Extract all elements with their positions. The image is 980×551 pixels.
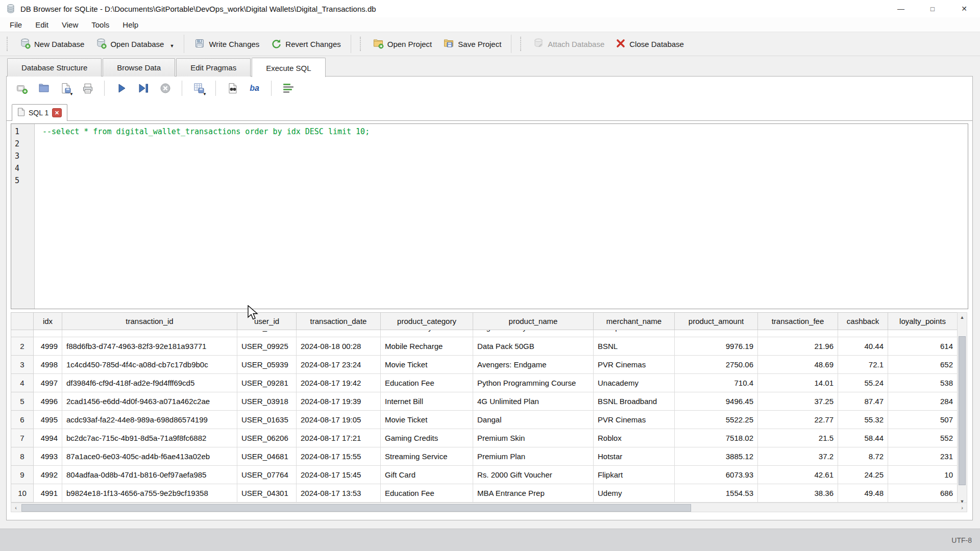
column-header-product_category[interactable]: product_category — [381, 313, 473, 330]
tab-execute-sql[interactable]: Execute SQL — [252, 58, 325, 77]
cell-idx[interactable]: 5000 — [34, 330, 62, 337]
cell-user_id[interactable]: USER_04681 — [237, 447, 297, 466]
cell-transaction_id[interactable]: df3984f6-cf9d-418f-ad2e-f9d4fff69cd5 — [62, 374, 237, 392]
scroll-left-icon[interactable]: ‹ — [11, 503, 20, 512]
save-project-button[interactable]: Save Project — [437, 35, 507, 54]
autocomplete-icon[interactable]: ba — [248, 82, 261, 95]
revert-changes-button[interactable]: Revert Changes — [265, 35, 346, 54]
cell-transaction_date[interactable]: 2024-08-17 15:45 — [297, 466, 381, 484]
cell-transaction_id[interactable]: bc2dc7ac-715c-4b91-8d5a-71a9f8fc6882 — [62, 429, 237, 447]
write-changes-button[interactable]: Write Changes — [188, 35, 265, 54]
cell-user_id[interactable]: USER_05939 — [237, 356, 297, 374]
save-results-dropdown-icon[interactable]: ▼ — [203, 92, 207, 96]
cell-transaction_fee[interactable]: 22.77 — [758, 411, 838, 429]
cell-product_name[interactable]: Python Programming Course — [473, 374, 594, 392]
cell-user_id[interactable]: USER_09925 — [237, 337, 297, 356]
vertical-scrollbar[interactable]: ▲ ▼ — [957, 312, 967, 507]
open-database-dropdown-icon[interactable]: ▼ — [169, 43, 174, 51]
cell-transaction_date[interactable]: 2024-08-17 19:05 — [297, 411, 381, 429]
menu-tools[interactable]: Tools — [85, 17, 116, 32]
open-database-button[interactable]: Open Database ▼ — [90, 35, 180, 54]
cell-idx[interactable]: 4994 — [34, 429, 62, 447]
save-results-icon[interactable]: ▼ — [192, 82, 206, 95]
open-sql-file-icon[interactable] — [37, 82, 51, 95]
cell-transaction_id[interactable]: b9824e18-1f13-4656-a755-9e2b9cf19358 — [62, 484, 237, 503]
column-header-user_id[interactable]: user_id — [237, 313, 297, 330]
new-tab-icon[interactable] — [15, 82, 29, 95]
cell-merchant_name[interactable]: Udemy — [594, 484, 675, 503]
cell-transaction_fee[interactable]: 38.36 — [758, 484, 838, 503]
cell-loyalty_points[interactable]: 552 — [888, 429, 958, 447]
scroll-up-icon[interactable]: ▲ — [958, 315, 967, 320]
row-number[interactable]: 8 — [11, 447, 34, 466]
cell-product_name[interactable]: Rs. 2000 Gift Voucher — [473, 466, 594, 484]
column-header-idx[interactable]: idx — [34, 313, 62, 330]
close-window-button[interactable]: ✕ — [948, 0, 980, 17]
cell-transaction_id[interactable]: acdc93af-fa22-44e8-989a-698d86574199 — [62, 411, 237, 429]
tab-edit-pragmas[interactable]: Edit Pragmas — [176, 58, 251, 77]
save-sql-dropdown-icon[interactable]: ▼ — [69, 92, 74, 96]
cell-product_amount[interactable]: 9496.45 — [675, 392, 758, 411]
cell-cashback[interactable]: 87.47 — [838, 392, 888, 411]
cell-product_name[interactable]: 4G Unlimited Plan — [473, 392, 594, 411]
column-header-transaction_id[interactable]: transaction_id — [62, 313, 237, 330]
cell-idx[interactable]: 4998 — [34, 356, 62, 374]
cell-transaction_date[interactable]: 2024-08-17 23:24 — [297, 356, 381, 374]
cell-merchant_name[interactable]: Foodpanda — [594, 330, 675, 337]
column-header-product_amount[interactable]: product_amount — [675, 313, 758, 330]
cell-merchant_name[interactable]: Hotstar — [594, 447, 675, 466]
scroll-right-icon[interactable]: › — [958, 503, 967, 512]
cell-product_name[interactable]: Dangal — [473, 411, 594, 429]
cell-product_category[interactable]: Movie Ticket — [381, 356, 473, 374]
cell-product_category[interactable]: Gift Card — [381, 466, 473, 484]
tab-browse-data[interactable]: Browse Data — [103, 58, 175, 77]
row-number[interactable]: 9 — [11, 466, 34, 484]
cell-transaction_date[interactable]: 2024-08-17 19:42 — [297, 374, 381, 392]
cell-product_amount[interactable]: 9976.19 — [675, 337, 758, 356]
cell-product_category[interactable]: Streaming Service — [381, 447, 473, 466]
cell-transaction_fee[interactable]: 42.61 — [758, 466, 838, 484]
cell-merchant_name[interactable]: Unacademy — [594, 374, 675, 392]
cell-user_id[interactable]: USER_07764 — [237, 466, 297, 484]
cell-product_category[interactable]: Gaming Credits — [381, 429, 473, 447]
cell-product_amount[interactable]: 5522.25 — [675, 411, 758, 429]
cell-transaction_date[interactable]: 2024-08-17 17:21 — [297, 429, 381, 447]
cell-transaction_id[interactable]: 0e5b3248-91f5-44cc-8bb0-2b2a60b52d48 — [62, 330, 237, 337]
cell-transaction_fee[interactable]: 14.01 — [758, 374, 838, 392]
cell-idx[interactable]: 4995 — [34, 411, 62, 429]
cell-transaction_fee[interactable]: 15.16 — [758, 330, 838, 337]
cell-product_amount[interactable]: 710.4 — [675, 374, 758, 392]
cell-idx[interactable]: 4997 — [34, 374, 62, 392]
cell-product_amount[interactable]: 575.16 — [675, 330, 758, 337]
cell-product_name[interactable]: Vegetable Biryani — [473, 330, 594, 337]
cell-transaction_fee[interactable]: 37.2 — [758, 447, 838, 466]
cell-product_category[interactable]: Mobile Recharge — [381, 337, 473, 356]
cell-loyalty_points[interactable]: 614 — [888, 337, 958, 356]
cell-product_amount[interactable]: 6073.93 — [675, 466, 758, 484]
row-number[interactable]: 6 — [11, 411, 34, 429]
save-sql-file-icon[interactable]: ▼ — [59, 82, 72, 95]
cell-product_name[interactable]: Data Pack 50GB — [473, 337, 594, 356]
cell-loyalty_points[interactable]: 686 — [888, 484, 958, 503]
cell-merchant_name[interactable]: Flipkart — [594, 466, 675, 484]
cell-cashback[interactable]: 72.1 — [838, 356, 888, 374]
cell-merchant_name[interactable]: Roblox — [594, 429, 675, 447]
cell-idx[interactable]: 4993 — [34, 447, 62, 466]
cell-product_category[interactable]: Education Fee — [381, 484, 473, 503]
cell-product_category[interactable]: Internet Bill — [381, 392, 473, 411]
menu-help[interactable]: Help — [116, 17, 145, 32]
cell-transaction_id[interactable]: 2cad1456-e6dd-4d0f-9463-a071a462c2ae — [62, 392, 237, 411]
minimize-button[interactable]: — — [885, 0, 917, 17]
cell-loyalty_points[interactable]: 10 — [888, 466, 958, 484]
open-project-button[interactable]: Open Project — [367, 35, 438, 54]
cell-transaction_date[interactable]: 2024-08-18 01:10 — [297, 330, 381, 337]
cell-cashback[interactable]: 55.32 — [838, 411, 888, 429]
cell-transaction_fee[interactable]: 48.69 — [758, 356, 838, 374]
maximize-button[interactable]: □ — [917, 0, 948, 17]
horizontal-scrollbar-thumb[interactable] — [21, 504, 691, 512]
row-number[interactable]: 2 — [11, 337, 34, 356]
cell-loyalty_points[interactable]: 171 — [888, 330, 958, 337]
stop-icon[interactable] — [158, 82, 172, 95]
column-header-loyalty_points[interactable]: loyalty_points — [888, 313, 958, 330]
sql-tab-close-icon[interactable]: ✕ — [52, 108, 62, 117]
